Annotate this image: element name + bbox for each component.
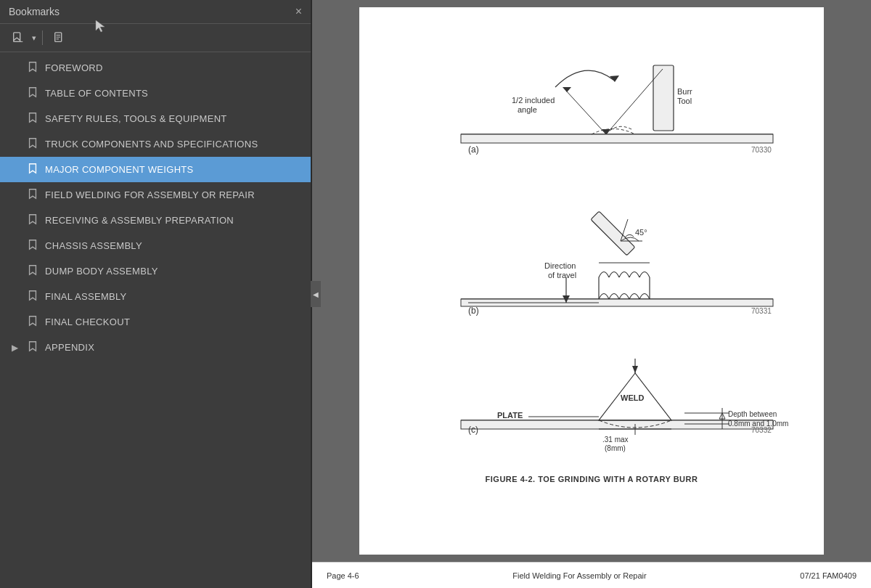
sidebar-item-label-dump: DUMP BODY ASSEMBLY [45, 266, 158, 277]
diagram-a-svg: 1/2 included angle Burr Tool (a) 70330 [388, 22, 809, 167]
sidebar-item-truck[interactable]: TRUCK COMPONENTS AND SPECIFICATIONS [0, 131, 311, 157]
toolbar-divider [42, 30, 43, 45]
bookmark-view-button[interactable] [7, 28, 29, 47]
svg-marker-18 [602, 129, 610, 134]
collapse-sidebar-button[interactable]: ◀ [311, 281, 321, 307]
bookmark-list: FOREWORDTABLE OF CONTENTSSAFETY RULES, T… [0, 52, 311, 588]
sidebar-item-appendix[interactable]: ▶APPENDIX [0, 335, 311, 360]
expand-bookmarks-button[interactable] [49, 28, 70, 47]
bookmark-icon [28, 163, 38, 176]
bookmark-icon [28, 213, 38, 227]
svg-text:Depth between: Depth between [728, 410, 777, 418]
sidebar-item-safety[interactable]: SAFETY RULES, TOOLS & EQUIPMENT [0, 106, 311, 131]
diagram-b-svg: 45° Direction of travel (b) 70331 [388, 183, 809, 335]
sidebar-item-receiving[interactable]: RECEIVING & ASSEMBLY PREPARATION [0, 208, 311, 233]
svg-text:PLATE: PLATE [497, 411, 523, 420]
sidebar-item-chassis[interactable]: CHASSIS ASSEMBLY [0, 233, 311, 258]
diagram-a-section: 1/2 included angle Burr Tool (a) 70330 [388, 22, 795, 170]
page-content: 1/2 included angle Burr Tool (a) 70330 [359, 7, 824, 555]
sidebar-item-label-toc: TABLE OF CONTENTS [45, 88, 148, 99]
sidebar-item-final-assembly[interactable]: FINAL ASSEMBLY [0, 284, 311, 309]
sidebar-toolbar: ▾ [0, 24, 311, 52]
diagram-c-section: PLATE WELD Depth between 0.8mm and 1.0mm [388, 351, 795, 483]
svg-text:Burr: Burr [677, 87, 692, 96]
bookmark-icon [28, 61, 38, 75]
svg-rect-38 [461, 420, 773, 429]
svg-marker-41 [632, 366, 638, 373]
main-content: 1/2 included angle Burr Tool (a) 70330 [312, 0, 871, 588]
sidebar-item-final-checkout[interactable]: FINAL CHECKOUT [0, 309, 311, 335]
svg-text:45°: 45° [635, 228, 647, 237]
svg-rect-8 [461, 134, 773, 143]
dropdown-arrow-icon[interactable]: ▾ [32, 33, 36, 43]
svg-marker-17 [563, 87, 571, 92]
close-button[interactable]: × [295, 6, 302, 17]
svg-text:WELD: WELD [621, 393, 644, 402]
bookmark-icon [28, 290, 38, 303]
sidebar-item-label-receiving: RECEIVING & ASSEMBLY PREPARATION [45, 215, 234, 226]
svg-line-11 [566, 91, 606, 134]
svg-rect-26 [591, 211, 635, 256]
sidebar-item-field-welding[interactable]: FIELD WELDING FOR ASSEMBLY OR REPAIR [0, 182, 311, 208]
svg-text:(c): (c) [468, 425, 478, 435]
svg-text:Tool: Tool [677, 97, 692, 105]
expand-icon: ▶ [12, 343, 20, 353]
sidebar-item-major[interactable]: MAJOR COMPONENT WEIGHTS [0, 157, 311, 182]
svg-text:70332: 70332 [751, 426, 772, 434]
sidebar-item-label-safety: SAFETY RULES, TOOLS & EQUIPMENT [45, 113, 227, 124]
diagram-c-svg: PLATE WELD Depth between 0.8mm and 1.0mm [388, 351, 809, 467]
svg-text:of travel: of travel [548, 271, 576, 279]
sidebar-item-label-chassis: CHASSIS ASSEMBLY [45, 240, 142, 251]
sidebar-item-label-final-checkout: FINAL CHECKOUT [45, 317, 130, 327]
sidebar-title: Bookmarks [9, 6, 60, 17]
diagram-b-section: 45° Direction of travel (b) 70331 [388, 183, 795, 338]
bookmark-icon [28, 239, 38, 253]
sidebar-item-dump[interactable]: DUMP BODY ASSEMBLY [0, 258, 311, 284]
page-area: 1/2 included angle Burr Tool (a) 70330 [312, 0, 871, 562]
page-paper: 1/2 included angle Burr Tool (a) 70330 [359, 7, 824, 555]
svg-text:1/2 included: 1/2 included [512, 96, 555, 105]
page-footer: Page 4-6 Field Welding For Assembly or R… [312, 562, 871, 588]
sidebar-item-label-field-welding: FIELD WELDING FOR ASSEMBLY OR REPAIR [45, 189, 255, 200]
sidebar: Bookmarks × ▾ FOREWORDTABLE [0, 0, 312, 588]
bookmark-icon [28, 86, 38, 100]
sidebar-item-label-appendix: APPENDIX [45, 342, 94, 353]
bookmark-list-icon [12, 31, 25, 44]
footer-title: Field Welding For Assembly or Repair [512, 571, 646, 580]
sidebar-item-label-truck: TRUCK COMPONENTS AND SPECIFICATIONS [45, 139, 258, 150]
svg-text:(b): (b) [468, 306, 479, 316]
svg-text:70331: 70331 [751, 307, 772, 315]
bookmark-icon [28, 137, 38, 151]
svg-text:70330: 70330 [751, 146, 772, 154]
svg-rect-9 [653, 65, 674, 131]
sidebar-item-foreword[interactable]: FOREWORD [0, 55, 311, 81]
sidebar-header: Bookmarks × [0, 0, 311, 24]
bookmark-expand-icon [53, 31, 66, 44]
svg-text:.31 max: .31 max [602, 436, 629, 444]
footer-info: 07/21 FAM0409 [800, 571, 856, 580]
bookmark-icon [28, 264, 38, 278]
sidebar-item-label-major: MAJOR COMPONENT WEIGHTS [45, 164, 194, 175]
bookmark-icon [28, 112, 38, 126]
sidebar-item-label-foreword: FOREWORD [45, 62, 103, 73]
svg-rect-0 [14, 33, 20, 42]
bookmark-icon [28, 340, 38, 354]
sidebar-item-toc[interactable]: TABLE OF CONTENTS [0, 81, 311, 106]
footer-page: Page 4-6 [327, 571, 359, 580]
figure-caption: FIGURE 4-2. TOE GRINDING WITH A ROTARY B… [388, 475, 795, 483]
svg-text:Direction: Direction [544, 261, 576, 270]
sidebar-item-label-final-assembly: FINAL ASSEMBLY [45, 291, 127, 302]
svg-text:angle: angle [518, 105, 537, 114]
bookmark-icon [28, 188, 38, 202]
svg-text:(a): (a) [468, 144, 479, 155]
svg-text:(8mm): (8mm) [605, 444, 626, 452]
bookmark-icon [28, 315, 38, 329]
